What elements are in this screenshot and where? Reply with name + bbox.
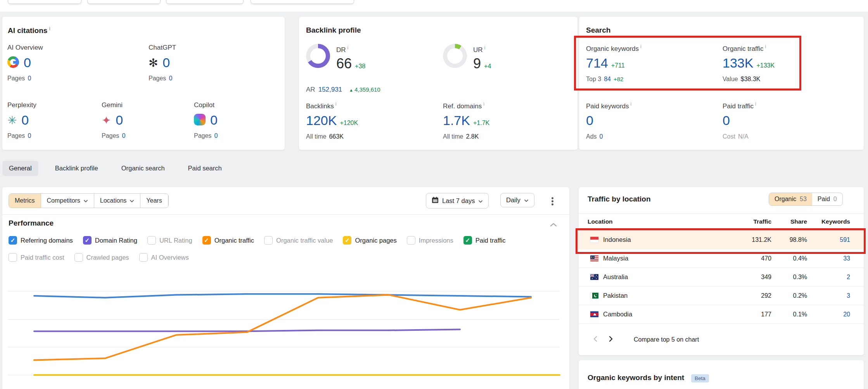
metric-checkbox[interactable]: Organic pages [343,236,396,245]
pages-value[interactable]: 0 [169,75,172,82]
organic-keywords-value[interactable]: 714 [586,56,608,70]
traffic-by-location-card: Traffic by location Organic53 Paid0 Loca… [579,187,864,355]
paid-traffic-value[interactable]: 0 [723,114,730,128]
metric-checkbox[interactable]: URL Rating [147,236,192,245]
ads-value[interactable]: 0 [600,133,603,140]
compare-top5-link[interactable]: Compare top 5 on chart [634,336,699,343]
ai-citations-value[interactable]: 0 [163,56,170,70]
pages-label: Pages [149,75,166,82]
segment-button[interactable]: Metrics [9,194,41,208]
keywords-link[interactable]: 20 [843,311,850,318]
organic-traffic-metric: Organic traffic 133K+133K Value$38.3K [723,44,851,83]
segment-button[interactable]: Competitors [41,194,94,208]
backlinks-metric: Backlinks 120K+120K All time663K [306,101,434,140]
flag-pakistan-icon [590,293,598,299]
keywords-link[interactable]: 2 [847,274,850,281]
location-row[interactable]: Pakistan 292 0.2% 3 [579,287,864,305]
share-value: 0.3% [793,274,807,281]
report-tab[interactable]: Paid search [182,161,228,176]
authority-rank-line: AR152,9314,359,610 [306,86,380,94]
pages-label: Pages [102,132,119,139]
pages-value[interactable]: 0 [214,132,218,139]
ref-domains-value[interactable]: 1.7K [443,114,470,128]
ai-citation-item: Perplexity ✳ 0 Pages0 [7,101,85,139]
pages-label: Pages [7,132,25,139]
prev-page-chevron-icon[interactable] [593,335,598,344]
traffic-value: 349 [761,274,771,281]
top3-value[interactable]: 84 [604,76,611,82]
keywords-link[interactable]: 591 [840,236,850,243]
performance-title: Performance [9,219,54,227]
next-page-chevron-icon[interactable] [608,335,614,344]
backlink-profile-card: Backlink profile DR 66+38 UR 9+4 AR152,9… [299,17,578,150]
flag-cambodia-icon [590,311,598,317]
backlinks-value[interactable]: 120K [306,114,337,128]
checkbox-icon [83,236,92,245]
ar-value[interactable]: 152,931 [318,86,342,93]
cutoff-panel [8,0,81,4]
metric-checkbox[interactable]: Referring domains [9,236,73,245]
location-row[interactable]: Australia 349 0.3% 2 [579,268,864,287]
calendar-icon [432,196,439,205]
location-row[interactable]: Indonesia 131.2K 98.8% 591 [579,231,864,249]
report-tab[interactable]: General [2,161,38,176]
segment-button[interactable]: Years [140,194,168,208]
traffic-value: 177 [761,311,771,318]
metric-checkbox[interactable]: Paid traffic cost [9,253,64,262]
location-row[interactable]: Malaysia 470 0.4% 33 [579,249,864,268]
granularity-button[interactable]: Daily [500,193,534,207]
report-tab[interactable]: Organic search [115,161,171,176]
info-icon[interactable] [335,101,337,107]
flag-australia-icon [590,274,598,280]
keywords-link[interactable]: 33 [843,255,850,262]
info-icon[interactable] [765,44,766,49]
info-icon[interactable] [484,45,486,50]
metric-checkbox[interactable]: Domain Rating [83,236,137,245]
performance-line-chart[interactable] [2,272,569,389]
metric-checkbox[interactable]: Organic traffic value [264,236,333,245]
collapse-chevron-up-icon[interactable] [550,221,557,228]
ai-citation-item: ChatGPT ✻ 0 Pages0 [149,44,226,82]
metric-checkbox[interactable]: Organic traffic [202,236,254,245]
info-icon[interactable] [348,45,349,50]
chevron-down-icon [478,197,483,205]
ai-citations-value[interactable]: 0 [210,113,218,127]
checkbox-icon [463,236,472,245]
organic-traffic-value[interactable]: 133K [723,56,753,70]
info-icon[interactable] [631,101,632,107]
gemini-icon: ✦ [102,114,111,127]
view-segmented-control: Metrics Competitors Locations Years [9,193,169,208]
more-options-kebab-icon[interactable] [550,196,555,207]
metric-checkbox[interactable]: Crawled pages [74,253,129,262]
toggle-option[interactable]: Paid0 [812,193,842,205]
report-tab[interactable]: Backlink profile [48,161,105,176]
ai-source-label: ChatGPT [149,44,226,52]
pages-value[interactable]: 0 [122,132,125,139]
segment-button[interactable]: Locations [94,194,141,208]
metric-checkbox[interactable]: Paid traffic [463,236,506,245]
info-icon[interactable] [755,101,756,107]
paid-keywords-value[interactable]: 0 [586,114,593,128]
pages-value[interactable]: 0 [28,132,31,139]
ai-citations-card: AI citations AI Overview 0 Pages0 ChatGP… [2,17,285,150]
ai-citation-item: Gemini ✦ 0 Pages0 [102,101,179,139]
keywords-link[interactable]: 3 [847,292,850,299]
info-icon[interactable] [640,44,641,49]
metric-checkbox[interactable]: AI Overviews [139,253,189,262]
ai-citations-value[interactable]: 0 [21,113,29,127]
pages-value[interactable]: 0 [28,75,31,82]
location-table: Indonesia 131.2K 98.8% 591 Malaysia 470 … [579,231,864,324]
date-range-button[interactable]: Last 7 days [426,193,489,208]
chevron-down-icon [524,196,529,204]
top-strip [0,0,868,12]
toggle-option[interactable]: Organic53 [769,193,812,205]
ai-citations-value[interactable]: 0 [116,113,123,127]
country-name: Cambodia [603,311,632,318]
ai-citations-value[interactable]: 0 [24,56,31,70]
cutoff-panel [166,0,244,4]
ai-citation-item: AI Overview 0 Pages0 [7,44,85,82]
country-name: Pakistan [603,292,628,299]
info-icon[interactable] [483,101,484,107]
metric-checkbox[interactable]: Impressions [407,236,453,245]
location-row[interactable]: Cambodia 177 0.1% 20 [579,305,864,324]
